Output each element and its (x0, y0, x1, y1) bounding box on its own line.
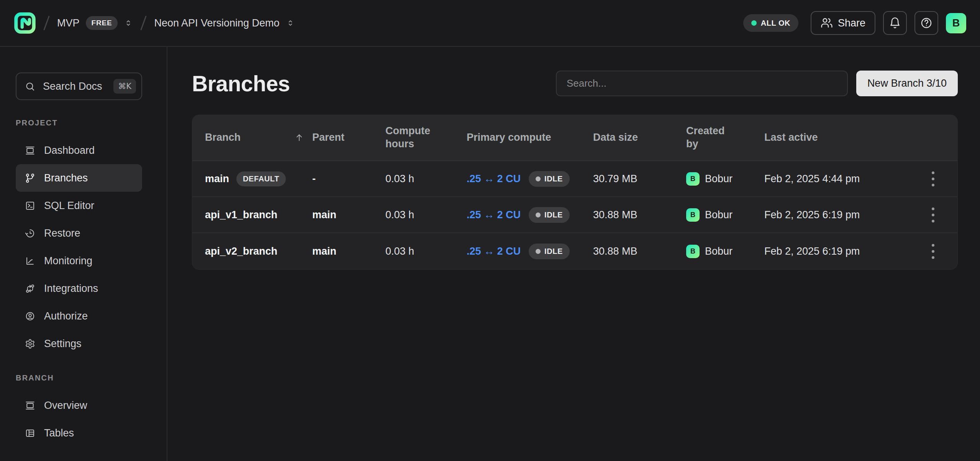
status-dot-icon (751, 20, 757, 26)
notifications-button[interactable] (883, 11, 907, 35)
parent-cell: main (312, 245, 385, 257)
table-row[interactable]: main DEFAULT - 0.03 h .25 ↔ 2 CU IDLE 30… (192, 161, 957, 197)
column-header-created-by: Created by (686, 125, 764, 151)
column-header-branch[interactable]: Branch (192, 131, 312, 144)
row-menu-button[interactable] (929, 168, 937, 189)
parent-cell: main (312, 209, 385, 221)
bell-icon (889, 17, 901, 29)
creator-avatar: B (686, 245, 700, 258)
branch-name[interactable]: api_v1_branch (205, 209, 277, 221)
gear-icon (25, 339, 35, 349)
project-selector[interactable]: Neon API Versioning Demo (154, 17, 295, 29)
chart-curve-icon (25, 256, 35, 266)
creator-name: Bobur (705, 173, 733, 185)
top-bar: MVP FREE Neon API Versioning Demo ALL OK… (0, 0, 980, 47)
default-badge: DEFAULT (236, 171, 286, 186)
users-icon (821, 17, 833, 29)
data-size-cell: 30.88 MB (593, 245, 686, 257)
branch-name[interactable]: main (205, 173, 229, 185)
data-size-cell: 30.79 MB (593, 173, 686, 185)
page-title: Branches (192, 71, 290, 96)
git-compare-icon (25, 283, 35, 294)
share-button[interactable]: Share (811, 11, 875, 35)
neon-logo-icon[interactable] (14, 12, 36, 34)
sidebar-item-branches[interactable]: Branches (16, 164, 142, 192)
column-header-primary-compute: Primary compute (467, 131, 593, 144)
chevrons-up-down-icon (286, 17, 295, 29)
compute-state-label: IDLE (544, 175, 563, 183)
compute-state-label: IDLE (544, 211, 563, 219)
table-row[interactable]: api_v1_branch main 0.03 h .25 ↔ 2 CU IDL… (192, 197, 957, 233)
table-body: main DEFAULT - 0.03 h .25 ↔ 2 CU IDLE 30… (192, 161, 957, 269)
column-header-last-active: Last active (764, 131, 883, 144)
compute-hours-cell: 0.03 h (385, 209, 467, 221)
search-icon (25, 81, 35, 92)
compute-state-badge: IDLE (529, 207, 570, 223)
compute-state-badge: IDLE (529, 171, 570, 187)
branch-name[interactable]: api_v2_branch (205, 245, 277, 257)
sidebar-item-dashboard[interactable]: Dashboard (16, 137, 142, 164)
compute-state-badge: IDLE (529, 244, 570, 259)
last-active-cell: Feb 2, 2025 4:44 pm (764, 173, 883, 185)
parent-cell: - (312, 173, 385, 185)
last-active-cell: Feb 2, 2025 6:19 pm (764, 245, 883, 257)
primary-compute-value[interactable]: .25 ↔ 2 CU (467, 209, 521, 221)
org-name: MVP (57, 17, 80, 29)
sidebar-item-restore[interactable]: Restore (16, 219, 142, 247)
sidebar-item-monitoring[interactable]: Monitoring (16, 247, 142, 275)
compute-hours-cell: 0.03 h (385, 245, 467, 257)
idle-dot-icon (536, 176, 541, 181)
idle-dot-icon (536, 212, 541, 217)
share-label: Share (838, 17, 865, 29)
sidebar-item-authorize[interactable]: Authorize (16, 302, 142, 330)
sidebar-item-settings[interactable]: Settings (16, 330, 142, 357)
sidebar-item-sql-editor[interactable]: SQL Editor (16, 192, 142, 219)
breadcrumb-slash (43, 16, 49, 31)
help-circle-icon (920, 17, 932, 29)
top-bar-actions: ALL OK Share B (743, 11, 966, 35)
row-menu-button[interactable] (929, 241, 937, 262)
window-icon (25, 400, 35, 411)
creator-name: Bobur (705, 245, 733, 257)
branches-table: Branch Parent Compute hours Primary comp… (192, 115, 958, 270)
primary-compute-value[interactable]: .25 ↔ 2 CU (467, 245, 521, 257)
branch-search-input[interactable] (556, 71, 848, 96)
table-icon (25, 428, 35, 438)
sort-ascending-icon[interactable] (294, 133, 304, 143)
chevrons-up-down-icon (124, 17, 133, 29)
user-avatar[interactable]: B (946, 13, 966, 33)
primary-compute-value[interactable]: .25 ↔ 2 CU (467, 173, 521, 185)
data-size-cell: 30.88 MB (593, 209, 686, 221)
main-content: Branches New Branch 3/10 Branch Parent C… (167, 47, 980, 461)
terminal-icon (25, 201, 35, 211)
last-active-cell: Feb 2, 2025 6:19 pm (764, 209, 883, 221)
status-badge[interactable]: ALL OK (743, 14, 798, 32)
sidebar-item-tables[interactable]: Tables (16, 419, 142, 447)
sidebar-item-overview[interactable]: Overview (16, 392, 142, 419)
compute-hours-cell: 0.03 h (385, 173, 467, 185)
neon-console: MVP FREE Neon API Versioning Demo ALL OK… (0, 0, 980, 461)
column-header-parent: Parent (312, 131, 385, 144)
table-header: Branch Parent Compute hours Primary comp… (192, 115, 957, 161)
new-branch-button[interactable]: New Branch 3/10 (856, 71, 958, 96)
search-docs-button[interactable]: Search Docs ⌘K (16, 72, 142, 100)
user-circle-icon (25, 311, 35, 321)
search-docs-label: Search Docs (43, 81, 102, 92)
breadcrumb-slash (141, 16, 147, 31)
column-header-data-size: Data size (593, 131, 686, 144)
help-button[interactable] (914, 11, 938, 35)
row-menu-button[interactable] (929, 204, 937, 226)
org-selector[interactable]: MVP FREE (57, 16, 133, 30)
compute-state-label: IDLE (544, 247, 563, 256)
sidebar-item-integrations[interactable]: Integrations (16, 275, 142, 302)
project-name: Neon API Versioning Demo (154, 17, 279, 29)
table-row[interactable]: api_v2_branch main 0.03 h .25 ↔ 2 CU IDL… (192, 233, 957, 269)
keyboard-shortcut: ⌘K (113, 79, 136, 94)
section-title-project: PROJECT (16, 119, 154, 127)
status-label: ALL OK (761, 19, 790, 28)
creator-avatar: B (686, 208, 700, 222)
git-branch-icon (25, 173, 35, 183)
sidebar: Search Docs ⌘K PROJECT Dashboard Branche… (0, 47, 167, 461)
breadcrumb: MVP FREE Neon API Versioning Demo (14, 12, 295, 34)
plan-badge: FREE (86, 16, 118, 30)
